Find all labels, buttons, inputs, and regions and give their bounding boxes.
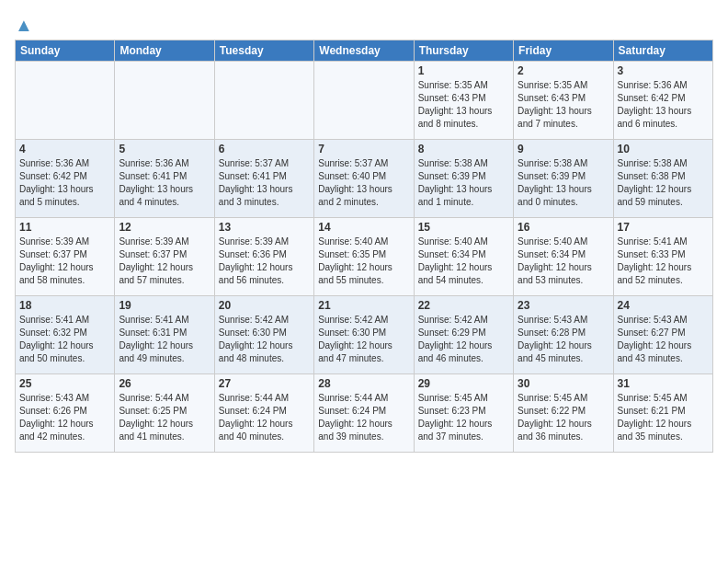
day-number: 9: [518, 143, 609, 155]
day-number: 15: [418, 221, 509, 234]
day-info: Sunrise: 5:43 AM Sunset: 6:27 PM Dayligh…: [618, 314, 709, 365]
day-number: 13: [219, 221, 310, 234]
day-info: Sunrise: 5:42 AM Sunset: 6:30 PM Dayligh…: [219, 314, 310, 365]
day-number: 19: [119, 299, 210, 312]
day-info: Sunrise: 5:38 AM Sunset: 6:38 PM Dayligh…: [618, 157, 709, 209]
calendar-day-cell: 11Sunrise: 5:39 AM Sunset: 6:37 PM Dayli…: [16, 218, 115, 296]
calendar-day-cell: 10Sunrise: 5:38 AM Sunset: 6:38 PM Dayli…: [613, 140, 712, 218]
page-header: ▲: [15, 15, 713, 36]
day-number: 10: [618, 143, 709, 155]
day-number: 30: [518, 377, 609, 390]
day-info: Sunrise: 5:36 AM Sunset: 6:41 PM Dayligh…: [119, 157, 210, 209]
calendar-header-row: SundayMondayTuesdayWednesdayThursdayFrid…: [16, 40, 713, 62]
calendar-day-cell: 16Sunrise: 5:40 AM Sunset: 6:34 PM Dayli…: [514, 218, 613, 296]
calendar-day-cell: 31Sunrise: 5:45 AM Sunset: 6:21 PM Dayli…: [613, 374, 712, 453]
day-number: 14: [318, 221, 409, 234]
day-info: Sunrise: 5:41 AM Sunset: 6:32 PM Dayligh…: [19, 314, 110, 365]
day-info: Sunrise: 5:36 AM Sunset: 6:42 PM Dayligh…: [19, 157, 110, 209]
day-info: Sunrise: 5:39 AM Sunset: 6:37 PM Dayligh…: [19, 236, 110, 287]
day-number: 17: [618, 221, 709, 234]
day-info: Sunrise: 5:45 AM Sunset: 6:22 PM Dayligh…: [518, 392, 609, 443]
day-number: 4: [19, 143, 110, 155]
calendar-day-cell: 25Sunrise: 5:43 AM Sunset: 6:26 PM Dayli…: [16, 374, 115, 453]
calendar-day-cell: 1Sunrise: 5:35 AM Sunset: 6:43 PM Daylig…: [414, 62, 513, 140]
calendar-day-cell: [214, 62, 313, 140]
calendar-day-cell: 9Sunrise: 5:38 AM Sunset: 6:39 PM Daylig…: [514, 140, 613, 218]
weekday-header: Wednesday: [314, 40, 414, 62]
calendar-table: SundayMondayTuesdayWednesdayThursdayFrid…: [15, 40, 713, 453]
day-number: 29: [418, 377, 509, 390]
day-info: Sunrise: 5:45 AM Sunset: 6:21 PM Dayligh…: [618, 392, 709, 443]
day-info: Sunrise: 5:42 AM Sunset: 6:29 PM Dayligh…: [418, 314, 509, 365]
weekday-header: Monday: [115, 40, 214, 62]
calendar-day-cell: 14Sunrise: 5:40 AM Sunset: 6:35 PM Dayli…: [314, 218, 414, 296]
day-number: 25: [19, 377, 110, 390]
day-number: 2: [518, 64, 609, 77]
calendar-week-row: 25Sunrise: 5:43 AM Sunset: 6:26 PM Dayli…: [16, 374, 713, 453]
day-info: Sunrise: 5:44 AM Sunset: 6:24 PM Dayligh…: [318, 392, 409, 443]
calendar-day-cell: 3Sunrise: 5:36 AM Sunset: 6:42 PM Daylig…: [613, 62, 712, 140]
calendar-day-cell: 23Sunrise: 5:43 AM Sunset: 6:28 PM Dayli…: [514, 296, 613, 374]
day-number: 31: [618, 377, 709, 390]
calendar-day-cell: 5Sunrise: 5:36 AM Sunset: 6:41 PM Daylig…: [115, 140, 214, 218]
calendar-day-cell: 2Sunrise: 5:35 AM Sunset: 6:43 PM Daylig…: [514, 62, 613, 140]
day-info: Sunrise: 5:39 AM Sunset: 6:37 PM Dayligh…: [119, 236, 210, 287]
day-number: 22: [418, 299, 509, 312]
calendar-day-cell: 20Sunrise: 5:42 AM Sunset: 6:30 PM Dayli…: [214, 296, 313, 374]
day-info: Sunrise: 5:42 AM Sunset: 6:30 PM Dayligh…: [318, 314, 409, 365]
calendar-day-cell: 19Sunrise: 5:41 AM Sunset: 6:31 PM Dayli…: [115, 296, 214, 374]
day-number: 26: [119, 377, 210, 390]
day-info: Sunrise: 5:35 AM Sunset: 6:43 PM Dayligh…: [518, 79, 609, 131]
day-info: Sunrise: 5:44 AM Sunset: 6:25 PM Dayligh…: [119, 392, 210, 443]
calendar-day-cell: 17Sunrise: 5:41 AM Sunset: 6:33 PM Dayli…: [613, 218, 712, 296]
calendar-day-cell: 30Sunrise: 5:45 AM Sunset: 6:22 PM Dayli…: [514, 374, 613, 453]
day-number: 18: [19, 299, 110, 312]
calendar-day-cell: 4Sunrise: 5:36 AM Sunset: 6:42 PM Daylig…: [16, 140, 115, 218]
day-number: 16: [518, 221, 609, 234]
logo: ▲: [15, 15, 33, 36]
day-number: 8: [418, 143, 509, 155]
day-number: 20: [219, 299, 310, 312]
day-number: 5: [119, 143, 210, 155]
day-info: Sunrise: 5:38 AM Sunset: 6:39 PM Dayligh…: [518, 157, 609, 209]
day-info: Sunrise: 5:44 AM Sunset: 6:24 PM Dayligh…: [219, 392, 310, 443]
day-info: Sunrise: 5:39 AM Sunset: 6:36 PM Dayligh…: [219, 236, 310, 287]
calendar-week-row: 18Sunrise: 5:41 AM Sunset: 6:32 PM Dayli…: [16, 296, 713, 374]
day-number: 7: [318, 143, 409, 155]
calendar-week-row: 1Sunrise: 5:35 AM Sunset: 6:43 PM Daylig…: [16, 62, 713, 140]
calendar-day-cell: 15Sunrise: 5:40 AM Sunset: 6:34 PM Dayli…: [414, 218, 513, 296]
calendar-day-cell: 8Sunrise: 5:38 AM Sunset: 6:39 PM Daylig…: [414, 140, 513, 218]
weekday-header: Thursday: [414, 40, 513, 62]
day-number: 11: [19, 221, 110, 234]
day-info: Sunrise: 5:40 AM Sunset: 6:34 PM Dayligh…: [418, 236, 509, 287]
calendar-day-cell: 27Sunrise: 5:44 AM Sunset: 6:24 PM Dayli…: [214, 374, 313, 453]
weekday-header: Friday: [514, 40, 613, 62]
day-number: 3: [618, 64, 709, 77]
day-info: Sunrise: 5:38 AM Sunset: 6:39 PM Dayligh…: [418, 157, 509, 209]
calendar-day-cell: 12Sunrise: 5:39 AM Sunset: 6:37 PM Dayli…: [115, 218, 214, 296]
calendar-day-cell: 18Sunrise: 5:41 AM Sunset: 6:32 PM Dayli…: [16, 296, 115, 374]
day-number: 27: [219, 377, 310, 390]
day-info: Sunrise: 5:41 AM Sunset: 6:31 PM Dayligh…: [119, 314, 210, 365]
day-number: 12: [119, 221, 210, 234]
day-number: 24: [618, 299, 709, 312]
day-info: Sunrise: 5:40 AM Sunset: 6:35 PM Dayligh…: [318, 236, 409, 287]
day-info: Sunrise: 5:45 AM Sunset: 6:23 PM Dayligh…: [418, 392, 509, 443]
calendar-day-cell: 13Sunrise: 5:39 AM Sunset: 6:36 PM Dayli…: [214, 218, 313, 296]
calendar-day-cell: [314, 62, 414, 140]
weekday-header: Saturday: [613, 40, 712, 62]
day-info: Sunrise: 5:43 AM Sunset: 6:26 PM Dayligh…: [19, 392, 110, 443]
calendar-day-cell: 7Sunrise: 5:37 AM Sunset: 6:40 PM Daylig…: [314, 140, 414, 218]
calendar-week-row: 4Sunrise: 5:36 AM Sunset: 6:42 PM Daylig…: [16, 140, 713, 218]
day-number: 21: [318, 299, 409, 312]
calendar-day-cell: 29Sunrise: 5:45 AM Sunset: 6:23 PM Dayli…: [414, 374, 513, 453]
calendar-day-cell: 21Sunrise: 5:42 AM Sunset: 6:30 PM Dayli…: [314, 296, 414, 374]
day-number: 1: [418, 64, 509, 77]
weekday-header: Sunday: [16, 40, 115, 62]
calendar-day-cell: 26Sunrise: 5:44 AM Sunset: 6:25 PM Dayli…: [115, 374, 214, 453]
logo-bird-icon: ▲: [15, 15, 33, 35]
day-info: Sunrise: 5:37 AM Sunset: 6:40 PM Dayligh…: [318, 157, 409, 209]
calendar-day-cell: [16, 62, 115, 140]
day-number: 23: [518, 299, 609, 312]
day-info: Sunrise: 5:36 AM Sunset: 6:42 PM Dayligh…: [618, 79, 709, 131]
